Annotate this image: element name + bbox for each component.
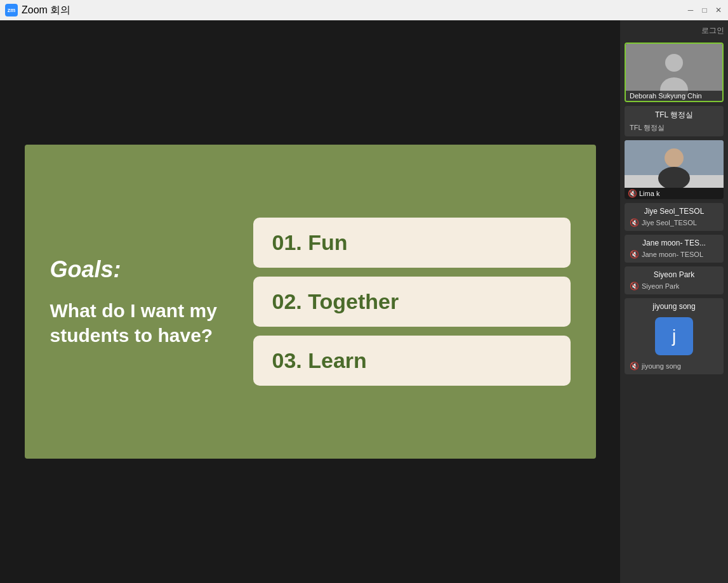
- svg-point-0: [665, 54, 683, 72]
- goals-question: What do I want my students to have?: [50, 298, 228, 348]
- goal-card-together: 02. Together: [253, 277, 571, 327]
- jiyoung-status-text: jiyoung song: [642, 362, 681, 370]
- close-button[interactable]: ✕: [714, 6, 723, 15]
- siyeon-mute-icon: 🔇: [630, 282, 639, 291]
- jiye-status: 🔇 Jiye Seol_TESOL: [630, 218, 718, 227]
- tfl-status: TFL 행정실: [630, 123, 718, 133]
- siyeon-status: 🔇 Siyeon Park: [630, 282, 718, 291]
- jiye-name: Jiye Seol_TESOL: [630, 207, 718, 216]
- siyeon-name: Siyeon Park: [630, 270, 718, 279]
- deborah-name-bar: Deborah Sukyung Chin: [626, 91, 722, 101]
- jiye-mute-icon: 🔇: [630, 218, 639, 227]
- participant-tile-lima: 🔇 Lima k: [625, 140, 724, 199]
- jiyoung-mute-icon: 🔇: [630, 362, 639, 370]
- maximize-button[interactable]: □: [700, 6, 709, 15]
- tfl-status-text: TFL 행정실: [630, 123, 665, 133]
- jiyoung-status: 🔇 jiyoung song: [630, 362, 718, 370]
- slide-right: 01. Fun 02. Together 03. Learn: [253, 218, 571, 386]
- minimize-button[interactable]: ─: [686, 6, 695, 15]
- jane-mute-icon: 🔇: [630, 250, 639, 259]
- participant-item-siyeon: Siyeon Park 🔇 Siyeon Park: [625, 266, 724, 294]
- titlebar-controls: ─ □ ✕: [686, 6, 723, 15]
- goal-card-learn: 03. Learn: [253, 336, 571, 386]
- slide: Goals: What do I want my students to hav…: [25, 145, 596, 459]
- goal-card-together-text: 02. Together: [272, 289, 399, 314]
- zoom-logo-icon: zm: [5, 4, 18, 16]
- sidebar: 로그인 Deborah Sukyung Chin TFL 행정실 TFL 행정실: [620, 20, 728, 583]
- jiyoung-avatar-letter: j: [672, 326, 676, 346]
- jane-status-text: Jane moon- TESOL: [642, 251, 703, 258]
- goal-card-learn-text: 03. Learn: [272, 348, 367, 373]
- jane-status: 🔇 Jane moon- TESOL: [630, 250, 718, 259]
- participant-item-jiye: Jiye Seol_TESOL 🔇 Jiye Seol_TESOL: [625, 203, 724, 231]
- participant-item-jane: Jane moon- TES... 🔇 Jane moon- TESOL: [625, 235, 724, 263]
- slide-left: Goals: What do I want my students to hav…: [50, 256, 228, 348]
- jiyoung-avatar: j: [655, 317, 693, 355]
- svg-point-4: [665, 148, 684, 167]
- participant-tile-deborah: Deborah Sukyung Chin: [625, 43, 724, 102]
- lima-name-bar: 🔇 Lima k: [625, 188, 724, 199]
- goals-title: Goals:: [50, 256, 228, 283]
- tfl-name: TFL 행정실: [630, 110, 718, 121]
- presentation-area: Goals: What do I want my students to hav…: [0, 20, 620, 583]
- titlebar-title: Zoom 회의: [22, 4, 70, 17]
- jane-name: Jane moon- TES...: [630, 239, 718, 247]
- titlebar: zm Zoom 회의 ─ □ ✕: [0, 0, 728, 20]
- lima-image: [625, 140, 724, 188]
- siyeon-status-text: Siyeon Park: [642, 282, 679, 290]
- login-button[interactable]: 로그인: [701, 25, 724, 36]
- lima-name-text: Lima k: [639, 190, 659, 197]
- jiyoung-name: jiyoung song: [630, 302, 718, 311]
- jiye-status-text: Jiye Seol_TESOL: [642, 219, 697, 226]
- goal-card-fun: 01. Fun: [253, 218, 571, 268]
- titlebar-left: zm Zoom 회의: [5, 4, 70, 17]
- participant-item-tfl: TFL 행정실 TFL 행정실: [625, 106, 724, 136]
- lima-mute-icon: 🔇: [628, 189, 637, 198]
- goal-card-fun-text: 01. Fun: [272, 230, 348, 255]
- main-area: Goals: What do I want my students to hav…: [0, 20, 728, 583]
- participant-item-jiyoung: jiyoung song j 🔇 jiyoung song: [625, 298, 724, 374]
